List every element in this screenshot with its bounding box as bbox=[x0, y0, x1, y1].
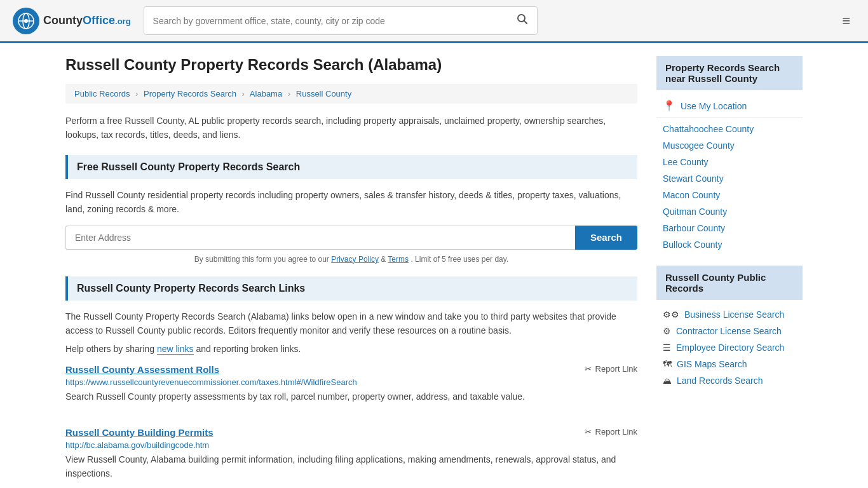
record-desc-0: Search Russell County property assessmen… bbox=[65, 390, 637, 403]
free-search-section: Free Russell County Property Records Sea… bbox=[65, 155, 637, 264]
share-text: Help others by sharing new links and rep… bbox=[65, 344, 637, 354]
public-records-header: Russell County Public Records bbox=[656, 266, 803, 300]
sidebar-county-bullock[interactable]: Bullock County bbox=[656, 236, 803, 253]
form-disclaimer: By submitting this form you agree to our… bbox=[65, 255, 637, 264]
record-url-1: http://bc.alabama.gov/buildingcode.htm bbox=[65, 440, 637, 450]
sidebar-county-chattahoochee[interactable]: Chattahoochee County bbox=[656, 121, 803, 137]
links-description: The Russell County Property Records Sear… bbox=[65, 309, 637, 338]
page-title: Russell County Property Records Search (… bbox=[65, 56, 637, 74]
breadcrumb-property-records-search[interactable]: Property Records Search bbox=[144, 89, 236, 98]
record-url-0: https://www.russellcountyrevenuecommissi… bbox=[65, 377, 637, 387]
nearby-counties-header: Property Records Search near Russell Cou… bbox=[656, 56, 803, 90]
record-item-header: Russell County Building Permits ✂ Report… bbox=[65, 427, 637, 438]
sidebar-county-barbour[interactable]: Barbour County bbox=[656, 220, 803, 236]
breadcrumb: Public Records › Property Records Search… bbox=[65, 84, 637, 104]
record-item-header: Russell County Assessment Rolls ✂ Report… bbox=[65, 364, 637, 375]
gear-icon-0: ⚙⚙ bbox=[663, 309, 679, 320]
page-intro-text: Perform a free Russell County, AL public… bbox=[65, 114, 637, 142]
sidebar-employee-directory-link[interactable]: ☰ Employee Directory Search bbox=[656, 339, 803, 356]
nearby-counties-section: Property Records Search near Russell Cou… bbox=[656, 56, 803, 253]
terms-link[interactable]: Terms bbox=[388, 255, 409, 264]
global-search-button[interactable] bbox=[508, 7, 537, 34]
global-search-bar bbox=[144, 6, 538, 35]
sidebar-county-stewart[interactable]: Stewart County bbox=[656, 170, 803, 187]
privacy-policy-link[interactable]: Privacy Policy bbox=[331, 255, 379, 264]
sidebar-county-lee[interactable]: Lee County bbox=[656, 154, 803, 170]
svg-point-3 bbox=[24, 19, 28, 23]
logo-link[interactable]: CountyOffice.org bbox=[13, 8, 131, 34]
new-links-link[interactable]: new links bbox=[157, 344, 194, 355]
location-icon: 📍 bbox=[663, 100, 675, 112]
record-desc-1: View Russell County, Alabama building pe… bbox=[65, 452, 637, 481]
record-title-building-permits[interactable]: Russell County Building Permits bbox=[65, 427, 214, 438]
land-icon: ⛰ bbox=[663, 376, 672, 386]
use-my-location-link[interactable]: 📍 Use My Location bbox=[656, 97, 803, 115]
sidebar-county-muscogee[interactable]: Muscogee County bbox=[656, 137, 803, 154]
public-records-section: Russell County Public Records ⚙⚙ Busines… bbox=[656, 266, 803, 389]
sidebar-county-quitman[interactable]: Quitman County bbox=[656, 203, 803, 220]
logo-name: CountyOffice.org bbox=[43, 14, 131, 27]
record-title-assessment-rolls[interactable]: Russell County Assessment Rolls bbox=[65, 364, 219, 375]
logo-icon bbox=[13, 8, 39, 34]
breadcrumb-public-records[interactable]: Public Records bbox=[74, 89, 130, 98]
global-search-input[interactable] bbox=[144, 10, 508, 32]
address-input[interactable] bbox=[65, 226, 575, 250]
breadcrumb-alabama[interactable]: Alabama bbox=[250, 89, 282, 98]
page-container: Russell County Property Records Search (… bbox=[53, 43, 815, 488]
record-item: Russell County Building Permits ✂ Report… bbox=[65, 427, 637, 488]
sidebar: Property Records Search near Russell Cou… bbox=[656, 56, 803, 488]
map-icon: 🗺 bbox=[663, 359, 672, 369]
report-link-icon: ✂ bbox=[585, 427, 592, 437]
report-link-button-0[interactable]: ✂ Report Link bbox=[585, 364, 637, 374]
free-search-description: Find Russell County residential property… bbox=[65, 188, 637, 217]
sidebar-county-macon[interactable]: Macon County bbox=[656, 187, 803, 203]
sidebar-business-license-link[interactable]: ⚙⚙ Business License Search bbox=[656, 306, 803, 323]
links-section-header: Russell County Property Records Search L… bbox=[65, 276, 637, 301]
svg-line-5 bbox=[524, 21, 527, 24]
gear-icon-1: ⚙ bbox=[663, 326, 671, 336]
report-link-icon: ✂ bbox=[585, 364, 592, 374]
links-section: Russell County Property Records Search L… bbox=[65, 276, 637, 488]
sidebar-contractor-license-link[interactable]: ⚙ Contractor License Search bbox=[656, 323, 803, 339]
breadcrumb-russell-county[interactable]: Russell County bbox=[296, 89, 351, 98]
hamburger-menu-button[interactable]: ≡ bbox=[837, 8, 855, 34]
address-search-button[interactable]: Search bbox=[575, 226, 637, 250]
sidebar-gis-maps-link[interactable]: 🗺 GIS Maps Search bbox=[656, 356, 803, 372]
address-search-form: Search bbox=[65, 226, 637, 250]
logo-text-area: CountyOffice.org bbox=[43, 14, 131, 27]
main-content: Russell County Property Records Search (… bbox=[65, 56, 637, 488]
free-search-header: Free Russell County Property Records Sea… bbox=[65, 155, 637, 179]
record-item: Russell County Assessment Rolls ✂ Report… bbox=[65, 364, 637, 415]
report-link-button-1[interactable]: ✂ Report Link bbox=[585, 427, 637, 437]
directory-icon: ☰ bbox=[663, 342, 671, 353]
sidebar-land-records-link[interactable]: ⛰ Land Records Search bbox=[656, 372, 803, 389]
site-header: CountyOffice.org ≡ bbox=[0, 0, 868, 43]
